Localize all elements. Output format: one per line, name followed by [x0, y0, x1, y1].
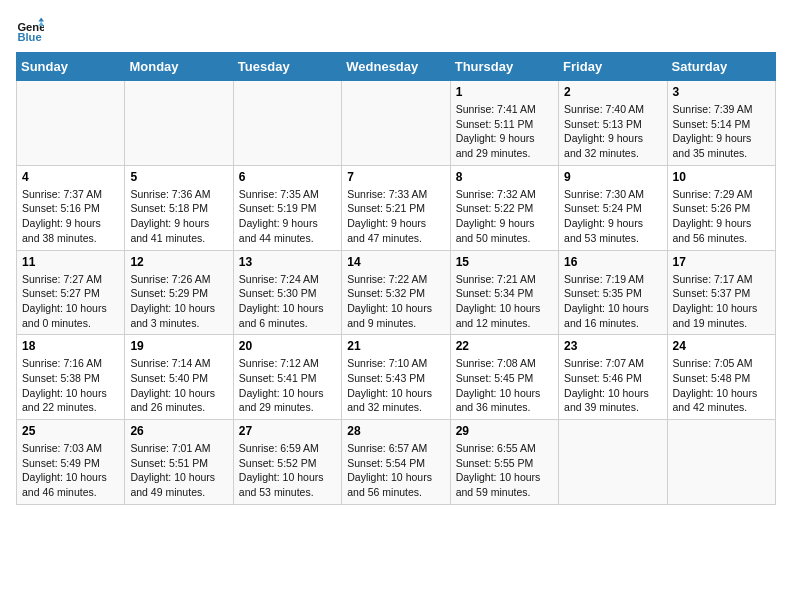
day-number: 3 — [673, 85, 770, 99]
day-number: 17 — [673, 255, 770, 269]
day-info: Sunrise: 7:36 AM Sunset: 5:18 PM Dayligh… — [130, 187, 227, 246]
day-number: 24 — [673, 339, 770, 353]
day-number: 16 — [564, 255, 661, 269]
calendar-cell — [17, 81, 125, 166]
day-number: 10 — [673, 170, 770, 184]
day-info: Sunrise: 7:33 AM Sunset: 5:21 PM Dayligh… — [347, 187, 444, 246]
calendar-cell: 16Sunrise: 7:19 AM Sunset: 5:35 PM Dayli… — [559, 250, 667, 335]
calendar-header-row: SundayMondayTuesdayWednesdayThursdayFrid… — [17, 53, 776, 81]
calendar-week-row: 1Sunrise: 7:41 AM Sunset: 5:11 PM Daylig… — [17, 81, 776, 166]
col-header-thursday: Thursday — [450, 53, 558, 81]
calendar-cell: 24Sunrise: 7:05 AM Sunset: 5:48 PM Dayli… — [667, 335, 775, 420]
day-info: Sunrise: 7:14 AM Sunset: 5:40 PM Dayligh… — [130, 356, 227, 415]
calendar-cell: 13Sunrise: 7:24 AM Sunset: 5:30 PM Dayli… — [233, 250, 341, 335]
day-info: Sunrise: 7:01 AM Sunset: 5:51 PM Dayligh… — [130, 441, 227, 500]
day-info: Sunrise: 7:26 AM Sunset: 5:29 PM Dayligh… — [130, 272, 227, 331]
calendar-cell: 4Sunrise: 7:37 AM Sunset: 5:16 PM Daylig… — [17, 165, 125, 250]
day-number: 18 — [22, 339, 119, 353]
calendar-cell: 11Sunrise: 7:27 AM Sunset: 5:27 PM Dayli… — [17, 250, 125, 335]
calendar-cell — [125, 81, 233, 166]
day-info: Sunrise: 7:08 AM Sunset: 5:45 PM Dayligh… — [456, 356, 553, 415]
day-number: 23 — [564, 339, 661, 353]
day-number: 5 — [130, 170, 227, 184]
calendar-cell: 5Sunrise: 7:36 AM Sunset: 5:18 PM Daylig… — [125, 165, 233, 250]
calendar-week-row: 11Sunrise: 7:27 AM Sunset: 5:27 PM Dayli… — [17, 250, 776, 335]
day-info: Sunrise: 7:40 AM Sunset: 5:13 PM Dayligh… — [564, 102, 661, 161]
calendar-table: SundayMondayTuesdayWednesdayThursdayFrid… — [16, 52, 776, 505]
day-number: 19 — [130, 339, 227, 353]
day-number: 2 — [564, 85, 661, 99]
calendar-cell: 27Sunrise: 6:59 AM Sunset: 5:52 PM Dayli… — [233, 420, 341, 505]
calendar-week-row: 18Sunrise: 7:16 AM Sunset: 5:38 PM Dayli… — [17, 335, 776, 420]
calendar-week-row: 25Sunrise: 7:03 AM Sunset: 5:49 PM Dayli… — [17, 420, 776, 505]
calendar-week-row: 4Sunrise: 7:37 AM Sunset: 5:16 PM Daylig… — [17, 165, 776, 250]
day-info: Sunrise: 6:57 AM Sunset: 5:54 PM Dayligh… — [347, 441, 444, 500]
day-info: Sunrise: 7:16 AM Sunset: 5:38 PM Dayligh… — [22, 356, 119, 415]
day-info: Sunrise: 7:37 AM Sunset: 5:16 PM Dayligh… — [22, 187, 119, 246]
day-number: 26 — [130, 424, 227, 438]
calendar-cell: 8Sunrise: 7:32 AM Sunset: 5:22 PM Daylig… — [450, 165, 558, 250]
day-number: 9 — [564, 170, 661, 184]
day-info: Sunrise: 7:03 AM Sunset: 5:49 PM Dayligh… — [22, 441, 119, 500]
calendar-cell: 7Sunrise: 7:33 AM Sunset: 5:21 PM Daylig… — [342, 165, 450, 250]
day-number: 20 — [239, 339, 336, 353]
calendar-cell: 6Sunrise: 7:35 AM Sunset: 5:19 PM Daylig… — [233, 165, 341, 250]
calendar-cell: 1Sunrise: 7:41 AM Sunset: 5:11 PM Daylig… — [450, 81, 558, 166]
logo: General Blue — [16, 16, 48, 44]
day-number: 21 — [347, 339, 444, 353]
day-number: 25 — [22, 424, 119, 438]
calendar-cell: 21Sunrise: 7:10 AM Sunset: 5:43 PM Dayli… — [342, 335, 450, 420]
day-info: Sunrise: 7:29 AM Sunset: 5:26 PM Dayligh… — [673, 187, 770, 246]
day-number: 14 — [347, 255, 444, 269]
day-info: Sunrise: 7:22 AM Sunset: 5:32 PM Dayligh… — [347, 272, 444, 331]
svg-text:Blue: Blue — [17, 31, 41, 43]
day-number: 15 — [456, 255, 553, 269]
col-header-sunday: Sunday — [17, 53, 125, 81]
calendar-cell: 17Sunrise: 7:17 AM Sunset: 5:37 PM Dayli… — [667, 250, 775, 335]
day-number: 13 — [239, 255, 336, 269]
svg-marker-2 — [38, 17, 44, 21]
day-number: 4 — [22, 170, 119, 184]
calendar-cell: 3Sunrise: 7:39 AM Sunset: 5:14 PM Daylig… — [667, 81, 775, 166]
calendar-cell: 23Sunrise: 7:07 AM Sunset: 5:46 PM Dayli… — [559, 335, 667, 420]
logo-icon: General Blue — [16, 16, 44, 44]
calendar-cell — [342, 81, 450, 166]
day-info: Sunrise: 6:55 AM Sunset: 5:55 PM Dayligh… — [456, 441, 553, 500]
calendar-cell: 10Sunrise: 7:29 AM Sunset: 5:26 PM Dayli… — [667, 165, 775, 250]
day-info: Sunrise: 7:07 AM Sunset: 5:46 PM Dayligh… — [564, 356, 661, 415]
day-info: Sunrise: 7:10 AM Sunset: 5:43 PM Dayligh… — [347, 356, 444, 415]
day-info: Sunrise: 7:21 AM Sunset: 5:34 PM Dayligh… — [456, 272, 553, 331]
day-info: Sunrise: 7:05 AM Sunset: 5:48 PM Dayligh… — [673, 356, 770, 415]
calendar-cell: 18Sunrise: 7:16 AM Sunset: 5:38 PM Dayli… — [17, 335, 125, 420]
calendar-cell — [233, 81, 341, 166]
day-info: Sunrise: 7:41 AM Sunset: 5:11 PM Dayligh… — [456, 102, 553, 161]
calendar-cell: 29Sunrise: 6:55 AM Sunset: 5:55 PM Dayli… — [450, 420, 558, 505]
day-number: 29 — [456, 424, 553, 438]
col-header-monday: Monday — [125, 53, 233, 81]
day-number: 11 — [22, 255, 119, 269]
calendar-cell: 26Sunrise: 7:01 AM Sunset: 5:51 PM Dayli… — [125, 420, 233, 505]
calendar-cell: 14Sunrise: 7:22 AM Sunset: 5:32 PM Dayli… — [342, 250, 450, 335]
calendar-cell: 2Sunrise: 7:40 AM Sunset: 5:13 PM Daylig… — [559, 81, 667, 166]
col-header-wednesday: Wednesday — [342, 53, 450, 81]
day-info: Sunrise: 7:12 AM Sunset: 5:41 PM Dayligh… — [239, 356, 336, 415]
day-number: 28 — [347, 424, 444, 438]
day-number: 12 — [130, 255, 227, 269]
calendar-cell: 22Sunrise: 7:08 AM Sunset: 5:45 PM Dayli… — [450, 335, 558, 420]
header: General Blue — [16, 16, 776, 44]
day-number: 22 — [456, 339, 553, 353]
day-number: 1 — [456, 85, 553, 99]
day-info: Sunrise: 7:17 AM Sunset: 5:37 PM Dayligh… — [673, 272, 770, 331]
day-info: Sunrise: 7:24 AM Sunset: 5:30 PM Dayligh… — [239, 272, 336, 331]
calendar-cell: 25Sunrise: 7:03 AM Sunset: 5:49 PM Dayli… — [17, 420, 125, 505]
day-info: Sunrise: 7:19 AM Sunset: 5:35 PM Dayligh… — [564, 272, 661, 331]
day-info: Sunrise: 6:59 AM Sunset: 5:52 PM Dayligh… — [239, 441, 336, 500]
calendar-cell: 20Sunrise: 7:12 AM Sunset: 5:41 PM Dayli… — [233, 335, 341, 420]
col-header-tuesday: Tuesday — [233, 53, 341, 81]
day-info: Sunrise: 7:35 AM Sunset: 5:19 PM Dayligh… — [239, 187, 336, 246]
day-number: 7 — [347, 170, 444, 184]
calendar-cell: 9Sunrise: 7:30 AM Sunset: 5:24 PM Daylig… — [559, 165, 667, 250]
day-info: Sunrise: 7:30 AM Sunset: 5:24 PM Dayligh… — [564, 187, 661, 246]
col-header-friday: Friday — [559, 53, 667, 81]
day-info: Sunrise: 7:27 AM Sunset: 5:27 PM Dayligh… — [22, 272, 119, 331]
